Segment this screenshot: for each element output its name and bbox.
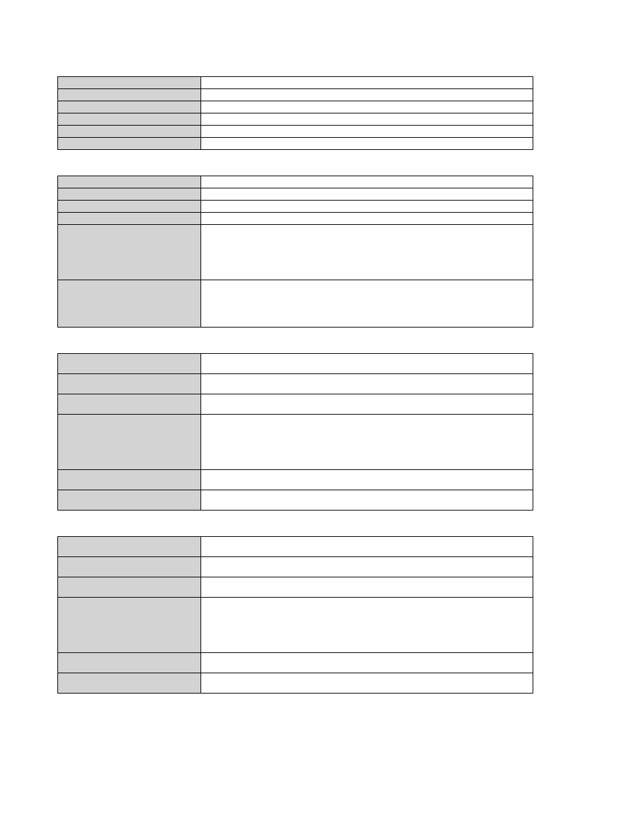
table-row xyxy=(58,225,533,280)
row-label xyxy=(58,188,201,201)
row-label xyxy=(58,577,201,598)
row-label xyxy=(58,126,201,138)
table-row xyxy=(58,557,533,577)
row-label xyxy=(58,470,201,490)
form-table-2 xyxy=(57,176,533,328)
table-row xyxy=(58,374,533,394)
row-value xyxy=(201,415,533,470)
table-row xyxy=(58,213,533,225)
table-row xyxy=(58,537,533,557)
row-label xyxy=(58,673,201,694)
table-row xyxy=(58,415,533,470)
row-label xyxy=(58,415,201,470)
row-value xyxy=(201,490,533,511)
table-row xyxy=(58,188,533,201)
form-table-3 xyxy=(57,353,533,511)
row-value xyxy=(201,188,533,201)
row-value xyxy=(201,138,533,150)
row-value xyxy=(201,225,533,280)
row-label xyxy=(58,89,201,101)
row-label xyxy=(58,598,201,653)
form-table-1 xyxy=(57,76,533,150)
form-table-4 xyxy=(57,536,533,694)
row-label xyxy=(58,374,201,394)
row-label xyxy=(58,537,201,557)
table-row xyxy=(58,280,533,328)
table-row xyxy=(58,138,533,150)
row-value xyxy=(201,126,533,138)
row-label xyxy=(58,77,201,89)
table-row xyxy=(58,77,533,89)
row-value xyxy=(201,577,533,598)
row-value xyxy=(201,653,533,673)
row-value xyxy=(201,77,533,89)
row-label xyxy=(58,176,201,188)
row-value xyxy=(201,598,533,653)
row-label xyxy=(58,201,201,213)
row-label xyxy=(58,354,201,374)
row-value xyxy=(201,89,533,101)
row-label xyxy=(58,113,201,126)
table-row xyxy=(58,673,533,694)
row-value xyxy=(201,101,533,113)
row-label xyxy=(58,225,201,280)
row-label xyxy=(58,490,201,511)
row-label xyxy=(58,101,201,113)
row-label xyxy=(58,138,201,150)
table-row xyxy=(58,577,533,598)
table-row xyxy=(58,490,533,511)
row-label xyxy=(58,557,201,577)
row-value xyxy=(201,354,533,374)
row-value xyxy=(201,673,533,694)
table-row xyxy=(58,653,533,673)
table-row xyxy=(58,101,533,113)
table-row xyxy=(58,201,533,213)
row-value xyxy=(201,470,533,490)
table-row xyxy=(58,394,533,415)
table-row xyxy=(58,354,533,374)
row-value xyxy=(201,213,533,225)
table-row xyxy=(58,470,533,490)
row-label xyxy=(58,653,201,673)
row-value xyxy=(201,537,533,557)
row-label xyxy=(58,394,201,415)
row-value xyxy=(201,374,533,394)
row-value xyxy=(201,557,533,577)
row-value xyxy=(201,201,533,213)
document-page xyxy=(0,0,644,694)
table-row xyxy=(58,113,533,126)
table-row xyxy=(58,176,533,188)
row-label xyxy=(58,213,201,225)
row-value xyxy=(201,176,533,188)
table-row xyxy=(58,126,533,138)
row-value xyxy=(201,280,533,328)
row-value xyxy=(201,113,533,126)
row-value xyxy=(201,394,533,415)
table-row xyxy=(58,598,533,653)
table-row xyxy=(58,89,533,101)
row-label xyxy=(58,280,201,328)
